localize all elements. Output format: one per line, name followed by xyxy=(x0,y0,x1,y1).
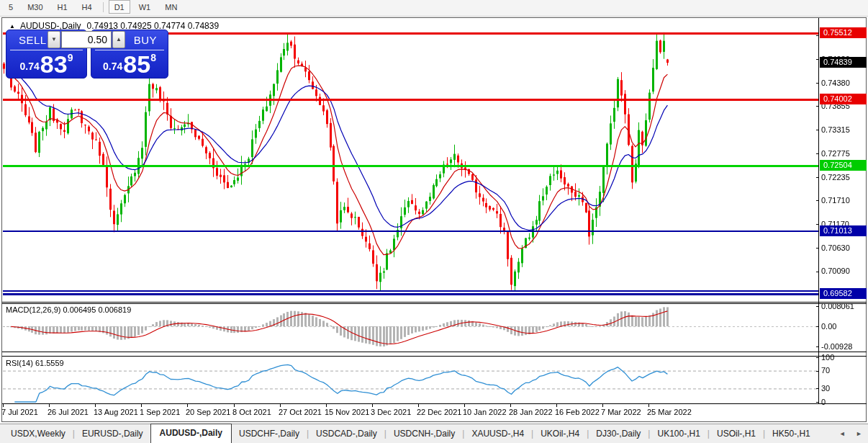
trading-app-window: 5M30H1H4D1W1MN ▲AUDUSD-,Daily0.74913 0.7… xyxy=(0,0,868,443)
tab-scroll-right-icon[interactable]: ► xyxy=(856,430,862,437)
chart-tab-xauusd-h4[interactable]: XAUUSD-,H4 xyxy=(464,425,531,443)
time-axis-label: 3 Dec 2021 xyxy=(371,408,411,416)
time-axis-label: 28 Jan 2022 xyxy=(509,408,553,416)
time-axis-label: 26 Jul 2021 xyxy=(48,408,89,416)
buy-price: 0.74858 xyxy=(91,52,168,76)
price-axis-tick: 0.74380 xyxy=(821,79,850,87)
time-axis-label: 10 Jan 2022 xyxy=(463,408,507,416)
volume-input[interactable] xyxy=(61,31,112,48)
buy-price-prefix: 0.74 xyxy=(103,61,122,72)
price-level-badge: 0.69582 xyxy=(820,288,867,299)
tab-scroll-left-icon[interactable]: ◄ xyxy=(839,430,846,437)
rsi-axis-tick: 0 xyxy=(821,398,826,406)
rsi-axis-tick: 70 xyxy=(821,366,830,375)
volume-spinner: ▼▲ xyxy=(48,31,125,48)
time-axis-label: 7 Jul 2021 xyxy=(1,408,38,416)
timeframe-button-mn[interactable]: MN xyxy=(159,0,183,14)
chart-tab-eurusd-daily[interactable]: EURUSD-,Daily xyxy=(75,425,150,443)
time-axis-label: 25 Mar 2022 xyxy=(647,408,692,416)
price-axis-tick: 0.73315 xyxy=(821,125,850,134)
time-axis-label: 7 Mar 2022 xyxy=(601,408,641,416)
sell-price-prefix: 0.74 xyxy=(20,61,40,72)
timeframe-button-w1[interactable]: W1 xyxy=(133,0,157,14)
rsi-axis-tick: 30 xyxy=(821,384,830,393)
price-axis-tick: 0.72235 xyxy=(821,173,850,182)
price-level-badge: 0.71013 xyxy=(820,225,867,236)
price-level-badge: 0.74839 xyxy=(820,57,867,68)
timeframe-button-h4[interactable]: H4 xyxy=(76,0,98,14)
chart-tab-audusd-daily[interactable]: AUDUSD-,Daily xyxy=(150,424,232,443)
price-axis-tick: 0.71710 xyxy=(821,196,850,205)
sell-price: 0.74839 xyxy=(6,52,86,76)
time-axis-label: 1 Sep 2021 xyxy=(140,408,180,416)
toolbar-divider xyxy=(103,2,104,12)
chart-tab-hk50-h1[interactable]: HK50-,H1 xyxy=(765,425,818,443)
timeframe-toolbar: 5M30H1H4D1W1MN xyxy=(0,0,868,17)
one-click-trade-panel: SELL 0.74839 BUY 0.74858 ▼▲ xyxy=(6,30,168,80)
chart-tab-usdcad-daily[interactable]: USDCAD-,Daily xyxy=(309,425,384,443)
price-axis-tick: 0.72775 xyxy=(821,149,850,158)
price-axis-tick: 0.70630 xyxy=(821,243,850,252)
macd-indicator-label: MACD(12,26,9) 0.006495 0.006819 xyxy=(6,305,131,314)
buy-price-big: 85 xyxy=(123,50,150,78)
time-axis-label: 22 Dec 2021 xyxy=(417,408,461,416)
time-axis-label: 15 Nov 2021 xyxy=(325,408,369,416)
buy-button[interactable]: BUY xyxy=(134,34,157,46)
volume-decrease-button[interactable]: ▼ xyxy=(48,31,60,48)
chart-tab-dj30-daily[interactable]: DJ30-,Daily xyxy=(589,425,648,443)
price-level-badge: 0.75512 xyxy=(820,27,867,38)
price-level-badge: 0.72504 xyxy=(820,160,867,171)
rsi-axis-tick: 100 xyxy=(821,353,834,362)
price-axis-tick: 0.70090 xyxy=(821,267,850,275)
chart-tab-usoil-h1[interactable]: USOil-,H1 xyxy=(710,425,763,443)
chart-tab-usdcnh-daily[interactable]: USDCNH-,Daily xyxy=(386,425,462,443)
chart-tab-usdx-weekly[interactable]: USDX,Weekly xyxy=(4,425,73,443)
price-level-badge: 0.74002 xyxy=(820,94,867,104)
chart-tab-uk100-h1[interactable]: UK100-,H1 xyxy=(650,425,707,443)
timeframe-button-d1[interactable]: D1 xyxy=(109,0,130,14)
macd-axis-tick: 0.008061 xyxy=(821,302,854,310)
macd-axis-tick: 0.00 xyxy=(821,322,836,331)
timeframe-button-m30[interactable]: M30 xyxy=(22,0,48,14)
sell-button[interactable]: SELL xyxy=(19,34,47,46)
timeframe-button-5[interactable]: 5 xyxy=(3,0,19,14)
time-axis-label: 16 Feb 2022 xyxy=(555,408,600,416)
chart-tab-usdchf-daily[interactable]: USDCHF-,Daily xyxy=(232,425,307,443)
time-axis-label: 20 Sep 2021 xyxy=(186,408,230,416)
tab-scroll-arrows: ◄ ► xyxy=(831,430,862,437)
rsi-indicator-label: RSI(14) 61.5559 xyxy=(6,359,64,367)
macd-axis-tick: -0.00928 xyxy=(821,342,852,351)
sell-price-big: 83 xyxy=(40,50,68,78)
time-axis-label: 13 Aug 2021 xyxy=(94,408,138,416)
time-axis-label: 8 Oct 2021 xyxy=(232,408,271,416)
buy-price-pipette: 8 xyxy=(150,52,156,63)
time-axis-label: 27 Oct 2021 xyxy=(279,408,322,416)
volume-increase-button[interactable]: ▲ xyxy=(112,31,125,48)
chart-tab-ukoil-h4[interactable]: UKOil-,H4 xyxy=(533,425,587,443)
chart-tab-bar: USDX,Weekly|EURUSD-,DailyAUDUSD-,DailyUS… xyxy=(0,424,868,443)
trade-panel-toggle-icon[interactable]: ▲ xyxy=(9,23,15,30)
sell-price-pipette: 9 xyxy=(68,52,73,63)
timeframe-button-h1[interactable]: H1 xyxy=(52,0,73,14)
